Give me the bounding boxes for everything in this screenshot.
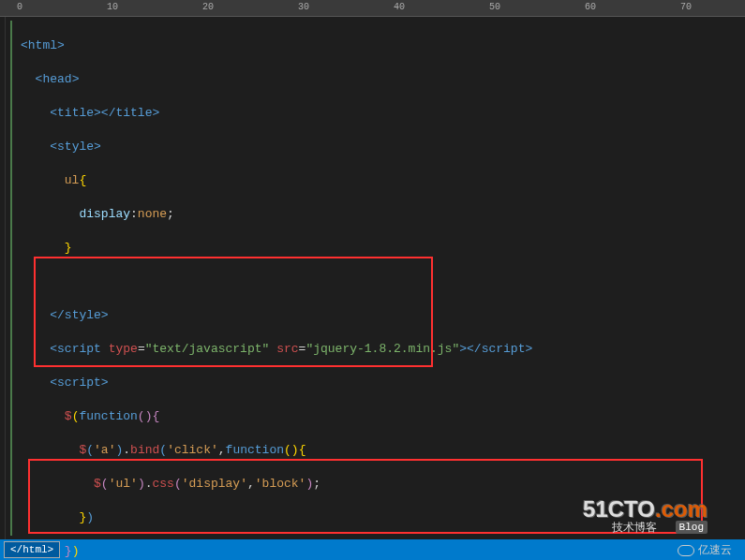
attr-src: src (276, 342, 298, 356)
string-display: display (189, 477, 241, 491)
tag-bracket: < (21, 38, 28, 52)
tag-html: html (28, 38, 57, 52)
eq: = (138, 342, 145, 356)
comma: , (218, 443, 226, 457)
tag-bracket: < (50, 376, 57, 390)
tag-bracket: > (152, 106, 159, 120)
dot: . (145, 477, 153, 491)
string-block: block (262, 477, 299, 491)
paren: ( (284, 443, 291, 457)
semi: ; (313, 477, 320, 491)
keyword-function: function (226, 443, 284, 457)
watermark-yisu: 亿速云 (678, 542, 732, 558)
css-prop: display (79, 207, 130, 221)
tag-bracket: > (525, 342, 532, 356)
tag-bracket: > (459, 342, 467, 356)
comma: , (247, 477, 255, 491)
brace: { (79, 173, 86, 187)
ruler: 0 10 20 30 40 50 60 70 (0, 0, 745, 17)
paren: ) (291, 443, 299, 457)
ruler-mark: 20 (202, 2, 214, 12)
paren: ( (159, 443, 167, 457)
css-val: none (138, 207, 167, 221)
watermark-sub: 技术博客 (612, 520, 657, 536)
tag-script-close: script (482, 342, 526, 356)
tag-script: script (57, 342, 101, 356)
paren: ( (101, 477, 109, 491)
tag-bracket: > (101, 308, 109, 322)
brace: { (152, 409, 159, 423)
tag-bracket: </ (50, 308, 65, 322)
code-content[interactable]: <html> <head> <title></title> <style> ul… (17, 17, 745, 539)
brace: { (299, 443, 306, 457)
method-css: css (153, 477, 174, 491)
paren: ) (138, 477, 145, 491)
brace: } (65, 544, 72, 558)
css-selector: ul (65, 173, 80, 187)
ruler-mark: 60 (585, 2, 596, 12)
ruler-mark: 30 (298, 2, 309, 12)
tag-bracket: </ (467, 342, 482, 356)
tag-bracket: </ (101, 106, 116, 120)
tag-bracket: < (50, 342, 57, 356)
semi: ; (167, 207, 174, 221)
selector: ul (115, 477, 130, 491)
paren: ( (86, 443, 94, 457)
paren: ( (138, 409, 145, 423)
watermark-51cto: 51CTO.com (583, 496, 708, 523)
paren: ) (86, 510, 94, 524)
tag-bracket: > (57, 38, 65, 52)
cloud-icon (678, 545, 694, 556)
tag-title-close: title (115, 106, 152, 120)
brace: } (65, 241, 72, 255)
tag-bracket: > (72, 72, 80, 86)
tag-style: style (57, 140, 94, 154)
fold-bar (6, 17, 17, 539)
paren: ( (174, 477, 182, 491)
keyword-function: function (79, 409, 137, 423)
tag-bracket: > (94, 106, 101, 120)
attr-type: type (109, 342, 138, 356)
tag-head: head (42, 72, 71, 86)
jquery-dollar: $ (65, 409, 72, 423)
ruler-mark: 0 (17, 2, 22, 12)
tag-bracket: > (101, 376, 109, 390)
selector: a (101, 443, 109, 457)
ruler-mark: 50 (489, 2, 500, 12)
jquery-dollar: $ (94, 477, 101, 491)
tag-title: title (57, 106, 94, 120)
tag-bracket: > (94, 140, 101, 154)
attr-val: jquery-1.8.2.min.js (313, 342, 452, 356)
tag-style-close: style (65, 308, 101, 322)
colon: : (130, 207, 138, 221)
method-bind: bind (130, 443, 159, 457)
dot: . (123, 443, 130, 457)
watermark-blog: Blog (676, 521, 708, 534)
tag-script: script (57, 376, 101, 390)
tag-bracket: < (50, 140, 57, 154)
ruler-mark: 10 (107, 2, 118, 12)
string-click: click (174, 443, 211, 457)
paren: ) (72, 544, 80, 558)
ruler-mark: 40 (394, 2, 405, 12)
tag-bracket: < (50, 106, 57, 120)
editor-area[interactable]: <html> <head> <title></title> <style> ul… (0, 17, 745, 539)
ruler-mark: 70 (680, 2, 692, 12)
attr-val: text/javascript (153, 342, 262, 356)
